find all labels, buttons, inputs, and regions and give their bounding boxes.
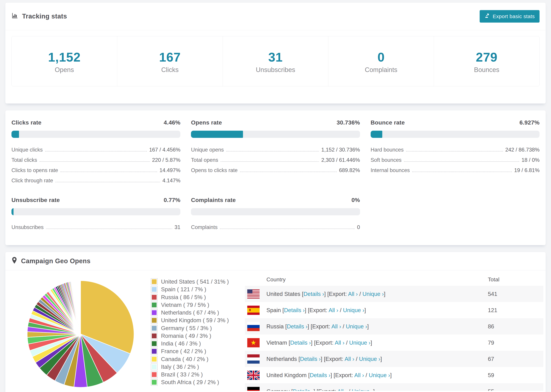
export-all-link[interactable]: All › bbox=[332, 323, 341, 329]
rate-title: Opens rate bbox=[191, 119, 222, 126]
stat-box-bounces: 279 Bounces bbox=[434, 36, 539, 86]
details-link[interactable]: Details › bbox=[290, 339, 311, 346]
export-icon bbox=[484, 13, 490, 20]
rate-title: Complaints rate bbox=[191, 197, 236, 203]
rate-row-label: Internal bounces bbox=[371, 167, 410, 173]
details-link[interactable]: Details › bbox=[310, 372, 330, 378]
export-prefix: ] [Export: bbox=[305, 307, 329, 313]
export-all-link[interactable]: All › bbox=[335, 339, 345, 346]
bracket: [ bbox=[285, 323, 287, 329]
rate-row-label: Unsubscribes bbox=[11, 224, 44, 230]
rate-value: 0% bbox=[352, 197, 360, 203]
details-link[interactable]: Details › bbox=[287, 323, 308, 329]
stat-label: Complaints bbox=[328, 66, 434, 74]
country-name: United Kingdom bbox=[266, 372, 307, 378]
legend-item-netherlands: Netherlands ( 67 / 4% ) bbox=[151, 309, 243, 316]
country-cell: Germany [Details ›] [Export: All › / Uni… bbox=[266, 388, 488, 391]
details-link[interactable]: Details › bbox=[300, 356, 321, 362]
legend-item-russia: Russia ( 86 / 5% ) bbox=[151, 294, 243, 301]
rate-row-opens-to-clicks-rate: Opens to clicks rate 689.82% bbox=[191, 165, 360, 175]
export-all-link[interactable]: All › bbox=[345, 356, 354, 362]
country-cell: Vietnam [Details ›] [Export: All › / Uni… bbox=[266, 339, 488, 346]
country-cell: Spain [Details ›] [Export: All › / Uniqu… bbox=[266, 307, 488, 314]
bar-chart-icon bbox=[11, 12, 18, 21]
stat-label: Unsubscribes bbox=[223, 66, 328, 74]
rate-row-label: Clicks to opens rate bbox=[11, 167, 58, 173]
legend-label: Italy ( 36 / 2% ) bbox=[161, 364, 199, 370]
legend-item-brazil: Brazil ( 33 / 2% ) bbox=[151, 371, 243, 378]
progress-bar-fill bbox=[371, 131, 382, 138]
rate-row-label: Unique opens bbox=[191, 147, 224, 153]
bracket: [ bbox=[298, 356, 300, 362]
export-all-link[interactable]: All › bbox=[354, 372, 364, 378]
bracket: [ bbox=[291, 388, 293, 391]
geo-table-row-netherlands: Netherlands [Details ›] [Export: All › /… bbox=[245, 351, 543, 367]
details-link[interactable]: Details › bbox=[304, 291, 324, 297]
rate-title: Clicks rate bbox=[11, 119, 42, 126]
export-all-link[interactable]: All › bbox=[329, 307, 338, 313]
export-unique-link[interactable]: Unique › bbox=[369, 372, 390, 378]
export-unique-link[interactable]: Unique › bbox=[346, 323, 367, 329]
rate-row-value: 0 bbox=[357, 224, 360, 230]
geo-table-row-russia: Russia [Details ›] [Export: All › / Uniq… bbox=[245, 318, 543, 335]
export-basic-stats-button[interactable]: Export basic stats bbox=[480, 10, 540, 23]
details-link[interactable]: Details › bbox=[293, 388, 313, 391]
bracket: [ bbox=[308, 372, 310, 378]
rate-group-opens-rate: Opens rate 30.736% Unique opens 1,152 / … bbox=[191, 119, 360, 186]
legend-item-india: India ( 46 / 3% ) bbox=[151, 340, 243, 347]
export-unique-link[interactable]: Unique › bbox=[349, 339, 371, 346]
bracket-close: ] bbox=[380, 356, 382, 362]
rate-group-bounce-rate: Bounce rate 6.927% Hard bounces 242 / 86… bbox=[371, 119, 540, 186]
legend-item-germany: Germany ( 55 / 3% ) bbox=[151, 325, 243, 332]
page: Tracking stats Export basic stats 1,152 … bbox=[0, 0, 551, 392]
rate-row-label: Unique clicks bbox=[11, 147, 43, 153]
slash: / bbox=[364, 372, 369, 378]
total-cell: 59 bbox=[488, 372, 541, 378]
details-link[interactable]: Details › bbox=[284, 307, 305, 313]
export-prefix: ] [Export: bbox=[308, 323, 331, 329]
rate-head: Opens rate 30.736% bbox=[191, 119, 360, 126]
rate-rows: Complaints 0 bbox=[191, 222, 360, 232]
export-unique-link[interactable]: Unique › bbox=[359, 356, 380, 362]
export-all-link[interactable]: All › bbox=[338, 388, 347, 391]
bracket-close: ] bbox=[384, 291, 385, 297]
rate-rows: Hard bounces 242 / 86.738% Soft bounces … bbox=[371, 145, 540, 175]
legend-swatch bbox=[151, 332, 158, 339]
export-unique-link[interactable]: Unique › bbox=[362, 291, 384, 297]
rate-row-value: 167 / 4.456% bbox=[149, 147, 181, 153]
rate-row-value: 689.82% bbox=[339, 167, 360, 173]
legend-swatch bbox=[151, 379, 158, 386]
export-all-link[interactable]: All › bbox=[348, 291, 358, 297]
rate-title: Unsubscribe rate bbox=[11, 197, 60, 203]
rate-value: 6.927% bbox=[520, 119, 540, 126]
country-name: Spain bbox=[266, 307, 281, 313]
geo-title: Campaign Geo Opens bbox=[11, 257, 91, 266]
dotted-leader bbox=[40, 161, 150, 162]
legend-swatch bbox=[151, 317, 158, 324]
legend-swatch bbox=[151, 364, 158, 370]
progress-bar bbox=[191, 131, 360, 138]
flag-us-icon bbox=[247, 289, 260, 299]
stat-value: 31 bbox=[223, 50, 328, 64]
rate-row-complaints: Complaints 0 bbox=[191, 222, 360, 232]
rate-rows: Unique clicks 167 / 4.456% Total clicks … bbox=[11, 145, 180, 186]
export-unique-link[interactable]: Unique › bbox=[352, 388, 373, 391]
rate-value: 4.46% bbox=[164, 119, 180, 126]
bracket-close: ] bbox=[373, 388, 375, 391]
progress-bar-fill bbox=[11, 208, 14, 215]
rate-row-label: Total clicks bbox=[11, 157, 37, 163]
bracket: [ bbox=[283, 307, 284, 313]
rate-row-internal-bounces: Internal bounces 19 / 6.81% bbox=[371, 165, 540, 175]
progress-bar-fill bbox=[11, 131, 19, 138]
export-unique-link[interactable]: Unique › bbox=[343, 307, 365, 313]
country-name: United States bbox=[266, 291, 300, 297]
dotted-leader bbox=[226, 151, 319, 152]
dotted-leader bbox=[46, 229, 172, 229]
country-name: Germany bbox=[266, 388, 290, 391]
dotted-leader bbox=[221, 161, 319, 162]
legend-label: Vietnam ( 79 / 5% ) bbox=[161, 301, 209, 308]
total-cell: 86 bbox=[488, 323, 541, 330]
column-header-total: Total bbox=[488, 276, 541, 283]
flag-gb-icon bbox=[247, 371, 260, 380]
geo-table-header: Country Total bbox=[245, 273, 543, 286]
